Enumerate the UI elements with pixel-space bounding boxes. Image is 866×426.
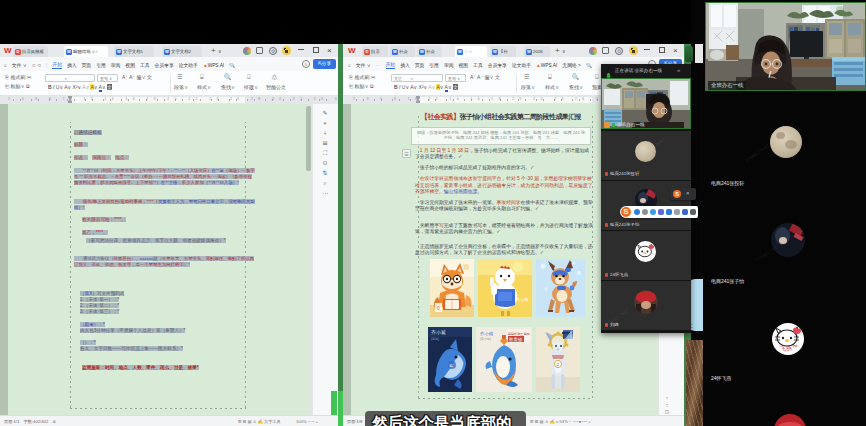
svg-text:齐小鲸: 齐小鲸 bbox=[480, 331, 494, 336]
svg-text:(青少年): (青少年) bbox=[480, 337, 491, 341]
svg-text:碰碰舒适至 拥抱: 碰碰舒适至 拥抱 bbox=[507, 332, 530, 336]
svg-text:(深海): (深海) bbox=[431, 337, 439, 341]
svg-text:齐小鲨: 齐小鲨 bbox=[431, 329, 446, 335]
svg-text:鲨: 鲨 bbox=[449, 363, 453, 368]
svg-text:0: 0 bbox=[437, 305, 440, 311]
svg-text:齐小鸡: 齐小鸡 bbox=[516, 297, 528, 302]
svg-text:数青鲸: 数青鲸 bbox=[509, 337, 523, 342]
